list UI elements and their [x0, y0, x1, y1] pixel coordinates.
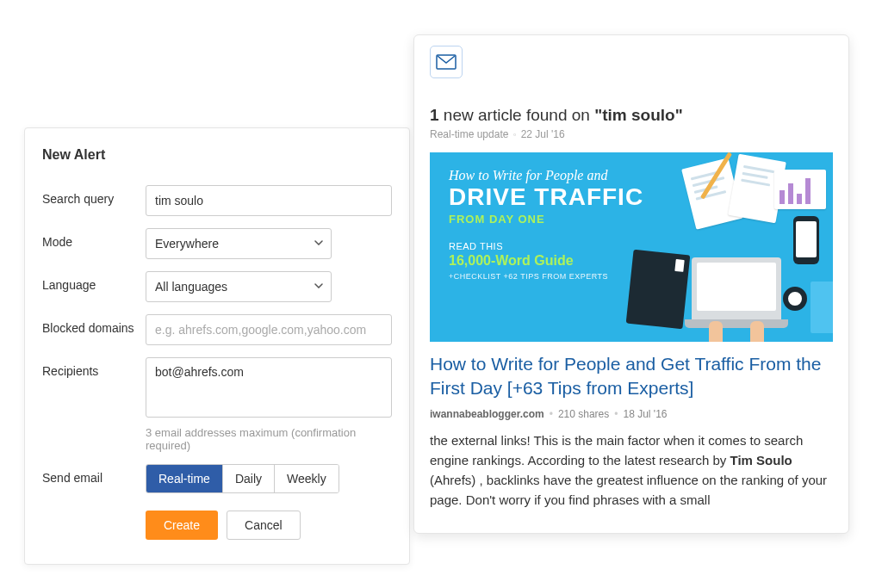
send-weekly-button[interactable]: Weekly — [275, 465, 339, 492]
snippet-highlight: Tim Soulo — [730, 453, 792, 467]
update-type: Real-time update — [430, 128, 508, 140]
article-site: iwannabeablogger.com — [430, 408, 544, 420]
label-search-query: Search query — [42, 185, 146, 206]
label-mode: Mode — [42, 228, 146, 249]
article-meta: iwannabeablogger.com•210 shares•18 Jul '… — [430, 408, 833, 420]
article-count: 1 — [430, 106, 439, 124]
preview-meta: Real-time update◦22 Jul '16 — [430, 128, 833, 140]
article-snippet: the external links! This is the main fac… — [430, 430, 833, 511]
action-row: Create Cancel — [146, 511, 392, 540]
blocked-domains-input[interactable] — [146, 314, 392, 345]
row-send-email: Send email Real-time Daily Weekly — [42, 464, 392, 493]
recipients-hint: 3 email addresses maximum (confirmation … — [146, 426, 392, 452]
label-recipients: Recipients — [42, 357, 146, 378]
label-send-email: Send email — [42, 464, 146, 485]
send-email-segmented: Real-time Daily Weekly — [146, 464, 339, 493]
new-alert-panel: New Alert Search query Mode Everywhere L… — [24, 127, 410, 565]
preview-headline: 1 new article found on "tim soulo" — [430, 106, 833, 125]
article-date: 18 Jul '16 — [623, 408, 667, 420]
row-mode: Mode Everywhere — [42, 228, 392, 259]
send-realtime-button[interactable]: Real-time — [146, 465, 223, 492]
hero-readthis: READ THIS — [449, 241, 814, 251]
cancel-button[interactable]: Cancel — [227, 511, 301, 540]
label-blocked-domains: Blocked domains — [42, 314, 146, 335]
article-shares: 210 shares — [558, 408, 609, 420]
recipients-input[interactable]: bot@ahrefs.com — [146, 357, 392, 418]
row-blocked-domains: Blocked domains — [42, 314, 392, 345]
article-hero-image: How to Write for People and DRIVE TRAFFI… — [430, 152, 833, 342]
mode-select[interactable]: Everywhere — [146, 228, 332, 259]
create-button[interactable]: Create — [146, 511, 218, 540]
language-select[interactable]: All languages — [146, 271, 332, 302]
label-language: Language — [42, 271, 146, 292]
search-query-input[interactable] — [146, 185, 392, 216]
send-daily-button[interactable]: Daily — [223, 465, 275, 492]
row-language: Language All languages — [42, 271, 392, 302]
headline-query: "tim soulo" — [594, 106, 682, 124]
update-date: 22 Jul '16 — [521, 128, 565, 140]
article-title-link[interactable]: How to Write for People and Get Traffic … — [430, 352, 833, 401]
row-search-query: Search query — [42, 185, 392, 216]
alert-preview-panel: 1 new article found on "tim soulo" Real-… — [413, 34, 849, 534]
panel-title: New Alert — [42, 147, 392, 163]
row-recipients: Recipients bot@ahrefs.com 3 email addres… — [42, 357, 392, 452]
mail-icon — [430, 46, 463, 78]
